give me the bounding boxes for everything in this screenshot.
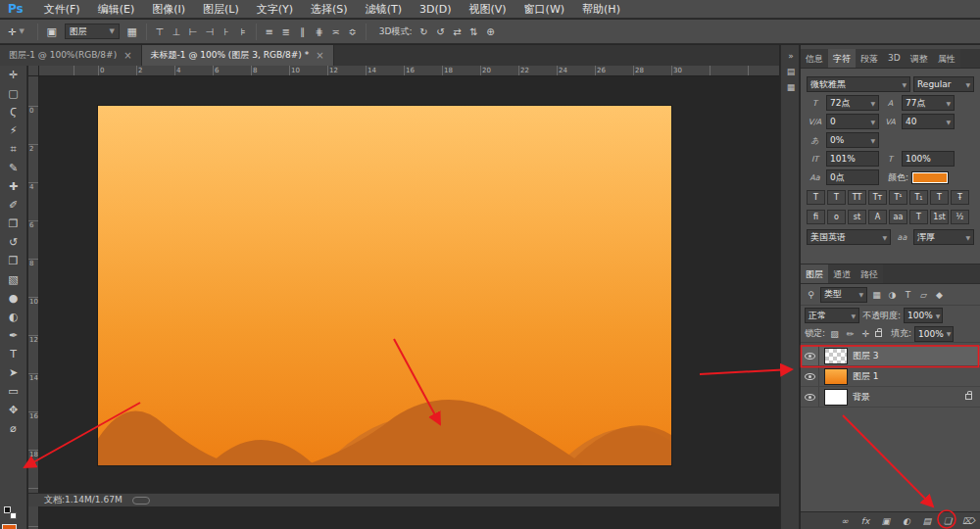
antialias-select[interactable]: 浑厚▼ bbox=[913, 229, 974, 245]
auto-select-dropdown[interactable]: 图层 ▼ bbox=[65, 24, 120, 39]
font-family-select[interactable]: 微软雅黑▼ bbox=[807, 76, 910, 92]
proportional-spacing-select[interactable]: 0%▼ bbox=[826, 132, 879, 148]
horizontal-scale-input[interactable]: 100% bbox=[902, 151, 955, 167]
tool-button[interactable]: ✛ bbox=[0, 66, 26, 84]
text-style-button[interactable]: T bbox=[827, 190, 846, 205]
opentype-button[interactable]: ½ bbox=[951, 210, 969, 224]
collapse-panels-icon[interactable]: » bbox=[781, 51, 801, 61]
transform-controls-icon[interactable]: ▦ bbox=[123, 25, 141, 38]
opacity-input[interactable]: 100%▼ bbox=[904, 308, 943, 323]
filter-adjustment-icon[interactable]: ◑ bbox=[886, 290, 899, 300]
panel-shortcut-icon[interactable]: ▤ bbox=[781, 67, 801, 76]
panel-tab[interactable]: 图层 bbox=[801, 264, 828, 283]
default-colors-icon[interactable] bbox=[4, 506, 17, 519]
align-icon[interactable]: ⊧ bbox=[235, 26, 251, 37]
panel-tab[interactable]: 路径 bbox=[856, 264, 883, 283]
document-tab[interactable]: 图层-1 @ 100%(RGB/8#) × bbox=[0, 45, 142, 66]
close-icon[interactable]: × bbox=[123, 50, 131, 61]
fill-input[interactable]: 100%▼ bbox=[914, 326, 954, 342]
panel-tab[interactable]: 段落 bbox=[856, 49, 883, 68]
panel-tab[interactable]: 3D bbox=[883, 49, 906, 68]
mode-icon[interactable]: ⇄ bbox=[449, 26, 465, 37]
blend-mode-select[interactable]: 正常▼ bbox=[805, 308, 859, 323]
lock-transparency-icon[interactable]: ▨ bbox=[828, 329, 841, 339]
tool-button[interactable]: ⌀ bbox=[0, 419, 26, 438]
visibility-toggle[interactable] bbox=[805, 387, 819, 407]
distribute-icon[interactable]: ≡ bbox=[262, 26, 277, 37]
document-canvas[interactable] bbox=[98, 106, 671, 465]
tool-button[interactable]: ▧ bbox=[0, 270, 26, 289]
menu-item[interactable]: 帮助(H) bbox=[573, 2, 629, 17]
tool-button[interactable]: ✐ bbox=[0, 196, 26, 215]
tracking-input[interactable]: 40▼ bbox=[902, 114, 955, 129]
current-tool-preset[interactable]: ✛ ▼ bbox=[0, 26, 32, 37]
menu-item[interactable]: 3D(D) bbox=[411, 3, 461, 16]
layer-style-icon[interactable]: fx bbox=[859, 516, 871, 526]
layer-row[interactable]: 图层 3 bbox=[801, 346, 980, 366]
new-layer-icon[interactable]: ❏ bbox=[942, 516, 954, 526]
tool-button[interactable]: ❐ bbox=[0, 215, 26, 233]
font-style-select[interactable]: Regular▼ bbox=[913, 76, 974, 92]
tool-button[interactable]: T bbox=[0, 345, 26, 363]
opentype-button[interactable]: A bbox=[868, 210, 887, 224]
tool-options-icon[interactable]: ▣ bbox=[43, 25, 61, 38]
align-icon[interactable]: ⊦ bbox=[219, 26, 234, 37]
foreground-color-swatch[interactable] bbox=[2, 524, 17, 529]
layer-row[interactable]: 背景 bbox=[801, 387, 980, 408]
menu-item[interactable]: 滤镜(T) bbox=[357, 2, 411, 17]
menu-item[interactable]: 视图(V) bbox=[460, 2, 514, 17]
text-style-button[interactable]: TT bbox=[848, 190, 866, 205]
mode-icon[interactable]: ⇅ bbox=[466, 26, 481, 37]
tool-button[interactable]: ▭ bbox=[0, 382, 26, 401]
adjustment-layer-icon[interactable]: ◐ bbox=[901, 516, 912, 526]
panel-tab[interactable]: 属性 bbox=[933, 49, 960, 68]
menu-item[interactable]: 选择(S) bbox=[302, 2, 357, 17]
delete-layer-icon[interactable]: ⌦ bbox=[962, 516, 974, 526]
mode-icon[interactable]: ↺ bbox=[432, 26, 448, 37]
vertical-scale-input[interactable]: 101% bbox=[826, 151, 879, 167]
status-popup-button[interactable] bbox=[132, 497, 150, 505]
panel-shortcut-icon[interactable]: ▦ bbox=[781, 82, 801, 92]
opentype-button[interactable]: T bbox=[909, 210, 928, 224]
panel-tab[interactable]: 信息 bbox=[801, 49, 828, 68]
text-color-swatch[interactable] bbox=[911, 171, 949, 184]
text-style-button[interactable]: T₁ bbox=[909, 190, 928, 205]
menu-item[interactable]: 图层(L) bbox=[194, 2, 248, 17]
tool-button[interactable]: ⌗ bbox=[0, 140, 26, 159]
text-style-button[interactable]: Ŧ bbox=[951, 190, 969, 205]
opentype-button[interactable]: 1st bbox=[930, 210, 949, 224]
opentype-button[interactable]: o bbox=[827, 210, 846, 224]
text-style-button[interactable]: T¹ bbox=[889, 190, 907, 205]
filter-type-select[interactable]: 类型▼ bbox=[820, 287, 867, 303]
opentype-button[interactable]: st bbox=[848, 210, 866, 224]
leading-input[interactable]: 77点▼ bbox=[902, 95, 955, 111]
horizontal-ruler[interactable]: 024681012141618202224262830 bbox=[28, 66, 779, 76]
link-layers-icon[interactable]: ∞ bbox=[839, 516, 851, 526]
baseline-shift-input[interactable]: 0点 bbox=[826, 169, 879, 185]
text-style-button[interactable]: Tᴛ bbox=[868, 190, 887, 205]
menu-item[interactable]: 编辑(E) bbox=[89, 2, 144, 17]
text-style-button[interactable]: T bbox=[930, 190, 949, 205]
tool-button[interactable]: ▢ bbox=[0, 84, 26, 103]
tool-button[interactable]: ➤ bbox=[0, 363, 26, 382]
distribute-icon[interactable]: ≣ bbox=[278, 26, 294, 37]
visibility-toggle[interactable] bbox=[805, 366, 819, 386]
tool-button[interactable]: ✚ bbox=[0, 177, 26, 196]
close-icon[interactable]: × bbox=[316, 50, 323, 61]
mode-icon[interactable]: ⊕ bbox=[482, 26, 498, 37]
align-icon[interactable]: ⊥ bbox=[169, 26, 184, 37]
distribute-icon[interactable]: ≎ bbox=[345, 26, 361, 37]
tool-button[interactable]: Ϛ bbox=[0, 103, 26, 121]
filter-smart-object-icon[interactable]: ◆ bbox=[933, 290, 946, 300]
filter-shape-icon[interactable]: ▱ bbox=[917, 290, 930, 300]
tool-button[interactable]: ↺ bbox=[0, 233, 26, 252]
layer-row[interactable]: 图层 1 bbox=[801, 366, 980, 387]
language-select[interactable]: 美国英语▼ bbox=[807, 229, 891, 245]
menu-item[interactable]: 窗口(W) bbox=[515, 2, 573, 17]
distribute-icon[interactable]: ∥ bbox=[295, 26, 311, 37]
tool-button[interactable]: ● bbox=[0, 289, 26, 308]
text-style-button[interactable]: T bbox=[807, 190, 825, 205]
tool-button[interactable]: ❒ bbox=[0, 252, 26, 270]
tool-button[interactable]: ✒ bbox=[0, 326, 26, 345]
lock-position-icon[interactable]: ✛ bbox=[859, 329, 872, 339]
